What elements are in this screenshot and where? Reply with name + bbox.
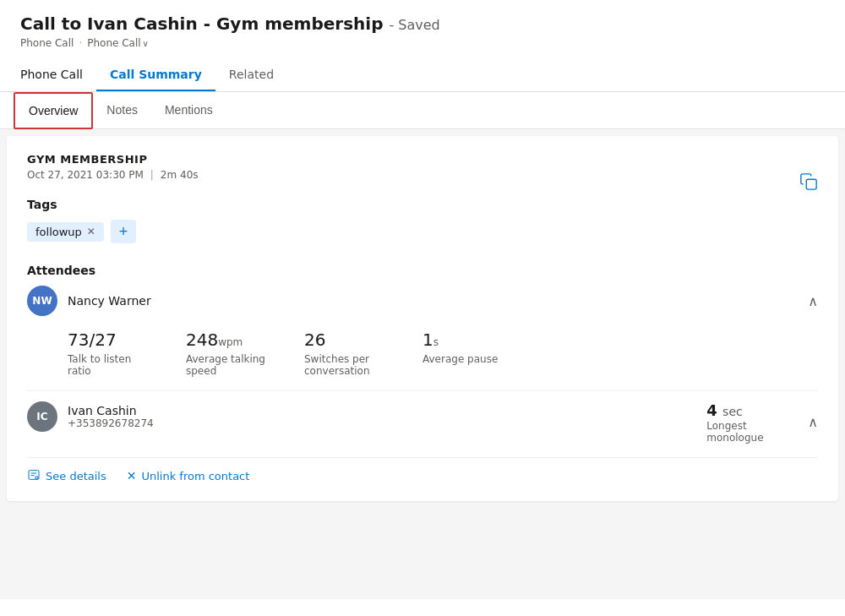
stat-value-avg-pause: 1s	[422, 330, 498, 350]
avatar-initials-nw: NW	[32, 295, 52, 307]
attendee-name-ic: Ivan Cashin	[68, 404, 154, 417]
tags-section: Tags followup ✕ +	[27, 198, 818, 243]
unlink-action[interactable]: ✕ Unlink from contact	[127, 468, 250, 484]
breadcrumb-separator: ·	[79, 37, 82, 49]
header: Call to Ivan Cashin - Gym membership - S…	[0, 0, 845, 92]
call-separator: |	[150, 169, 154, 181]
tag-close-icon[interactable]: ✕	[87, 226, 95, 237]
avatar-nw: NW	[27, 286, 57, 316]
page-container: Call to Ivan Cashin - Gym membership - S…	[0, 0, 845, 616]
unlink-label: Unlink from contact	[141, 470, 249, 482]
add-tag-button[interactable]: +	[111, 220, 136, 243]
sub-tabs: Overview Notes Mentions	[0, 92, 845, 129]
stat-label-talk-listen: Talk to listen ratio	[68, 353, 152, 377]
main-tabs: Phone Call Call Summary Related	[20, 59, 825, 91]
tab-related[interactable]: Related	[215, 59, 287, 91]
breadcrumb-chevron-icon: ∨	[143, 39, 149, 48]
attendee-phone-ic: +353892678274	[68, 417, 154, 429]
ic-longest-monologue-value: 4 sec	[706, 401, 791, 420]
avatar-ic: IC	[27, 401, 57, 432]
stats-row-nw: 73/27 Talk to listen ratio 248wpm Averag…	[68, 330, 818, 377]
tags-row: followup ✕ +	[27, 220, 818, 243]
see-details-action[interactable]: See details	[27, 468, 106, 484]
call-header: GYM MEMBERSHIP Oct 27, 2021 03:30 PM | 2…	[27, 153, 818, 181]
breadcrumb: Phone Call · Phone Call ∨	[20, 37, 825, 49]
attendees-section: Attendees NW Nancy Warner ∧	[27, 264, 818, 484]
call-date: Oct 27, 2021 03:30 PM	[27, 169, 144, 181]
subtab-notes[interactable]: Notes	[93, 92, 151, 129]
attendee-info-nw: NW Nancy Warner	[27, 286, 151, 316]
ic-right-stat: 4 sec Longest monologue	[706, 401, 791, 444]
attendee-name-nw: Nancy Warner	[68, 294, 151, 308]
unlink-icon: ✕	[127, 469, 137, 482]
call-duration: 2m 40s	[161, 169, 199, 181]
stat-value-switches: 26	[304, 330, 389, 350]
attendee-row-ic: IC Ivan Cashin +353892678274 4	[27, 401, 818, 444]
call-card: GYM MEMBERSHIP Oct 27, 2021 03:30 PM | 2…	[7, 136, 838, 501]
title-text: Call to Ivan Cashin - Gym membership	[20, 14, 383, 34]
content-area: Overview Notes Mentions GYM MEMBERSHIP O…	[0, 92, 845, 599]
breadcrumb-link-2: Phone Call	[87, 37, 140, 49]
stat-talk-listen: 73/27 Talk to listen ratio	[68, 330, 152, 377]
stat-label-switches: Switches per conversation	[304, 353, 389, 377]
svg-rect-0	[806, 179, 816, 189]
footer-actions: See details ✕ Unlink from contact	[27, 457, 818, 484]
stat-switches: 26 Switches per conversation	[304, 330, 389, 377]
breadcrumb-dropdown[interactable]: Phone Call ∨	[87, 37, 149, 49]
chevron-up-nw-icon[interactable]: ∧	[808, 293, 818, 309]
page-title: Call to Ivan Cashin - Gym membership - S…	[20, 14, 825, 34]
saved-label: - Saved	[389, 17, 439, 33]
stat-talking-speed: 248wpm Average talking speed	[186, 330, 270, 377]
ic-longest-monologue-label: Longest monologue	[706, 420, 791, 444]
subtab-mentions[interactable]: Mentions	[151, 92, 226, 129]
stat-label-talking-speed: Average talking speed	[186, 353, 270, 377]
copy-icon[interactable]	[799, 172, 818, 195]
tag-name: followup	[35, 226, 82, 238]
attendee-divider	[27, 390, 818, 391]
tag-chip-followup: followup ✕	[27, 222, 104, 242]
stat-label-avg-pause: Average pause	[422, 353, 498, 365]
call-title: GYM MEMBERSHIP	[27, 153, 818, 166]
tags-label: Tags	[27, 198, 818, 211]
stat-avg-pause: 1s Average pause	[422, 330, 498, 377]
chevron-up-ic-icon[interactable]: ∧	[808, 414, 818, 430]
see-details-icon	[27, 468, 41, 484]
ic-stats-row: IC Ivan Cashin +353892678274 4	[27, 401, 818, 444]
attendee-header-nw: NW Nancy Warner ∧	[27, 286, 818, 316]
tab-call-summary[interactable]: Call Summary	[96, 59, 215, 91]
breadcrumb-link-1[interactable]: Phone Call	[20, 37, 74, 49]
attendee-details-ic: Ivan Cashin +353892678274	[68, 404, 154, 429]
call-meta: Oct 27, 2021 03:30 PM | 2m 40s	[27, 169, 818, 181]
attendee-row-nw: NW Nancy Warner ∧ 73/27 Talk to listen	[27, 286, 818, 377]
stat-value-talking-speed: 248wpm	[186, 330, 270, 350]
attendees-label: Attendees	[27, 264, 818, 277]
avatar-initials-ic: IC	[36, 411, 47, 422]
see-details-label: See details	[46, 470, 106, 482]
stat-value-talk-listen: 73/27	[68, 330, 152, 350]
tab-phone-call[interactable]: Phone Call	[20, 59, 96, 91]
subtab-overview[interactable]: Overview	[14, 92, 93, 129]
attendee-info-ic: IC Ivan Cashin +353892678274	[27, 401, 154, 432]
